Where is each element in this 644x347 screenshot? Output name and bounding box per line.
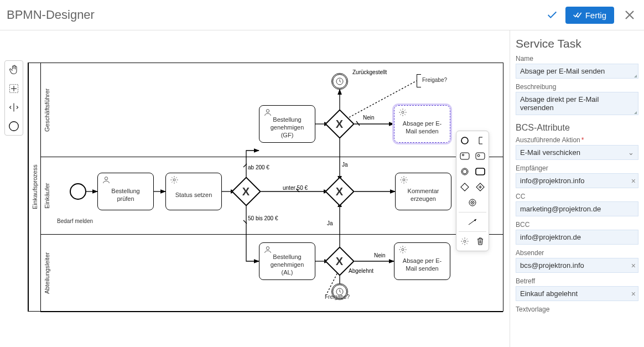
task-pruefen[interactable]: Bestellung prüfen — [97, 173, 154, 210]
label-bcc: BCC — [516, 221, 638, 229]
double-check-icon — [573, 11, 582, 19]
lasso-tool[interactable] — [7, 82, 20, 95]
input-bcc[interactable]: info@projektron.de — [516, 230, 638, 245]
task-absage-gf[interactable]: Absage per E-Mail senden — [394, 105, 450, 143]
svg-point-3 — [105, 177, 107, 180]
svg-point-14 — [463, 154, 464, 156]
context-pad — [456, 131, 489, 251]
close-icon — [625, 10, 635, 20]
svg-point-12 — [461, 137, 468, 144]
select-action[interactable]: E-Mail verschicken ⌄ — [516, 145, 638, 160]
label-abgelehnt: Abgelehnt — [349, 268, 373, 274]
task-absage-al[interactable]: Absage per E-Mail senden — [394, 242, 450, 280]
svg-rect-13 — [460, 153, 469, 159]
clear-icon[interactable]: × — [631, 177, 636, 185]
svg-point-7 — [402, 111, 404, 113]
input-sender[interactable]: bcs@projektron.info × — [516, 258, 638, 273]
gear-icon — [169, 175, 179, 185]
pool-label: Einkaufsprozess — [28, 63, 40, 311]
done-button[interactable]: Fertig — [565, 7, 614, 24]
ctx-delete[interactable] — [474, 235, 486, 247]
bpmn-canvas[interactable]: Einkaufsprozess Geschäftsführer Einkäufe… — [0, 30, 510, 347]
ctx-append-annotation[interactable] — [474, 134, 486, 147]
ctx-append-end-event[interactable] — [459, 134, 471, 147]
close-button[interactable] — [622, 7, 637, 23]
label-desc: Beschreibung — [516, 83, 638, 91]
svg-point-1 — [9, 122, 19, 131]
gear-icon — [398, 245, 408, 255]
input-desc[interactable]: Absage direkt per E-Mail versenden — [516, 92, 638, 115]
svg-point-24 — [472, 202, 473, 203]
clear-icon[interactable]: × — [631, 261, 636, 270]
hand-tool[interactable] — [7, 63, 20, 76]
label-zurueck: Zurückgestellt — [352, 69, 387, 75]
label-nein-al: Nein — [374, 252, 386, 258]
bpmn-pool[interactable]: Einkaufsprozess Geschäftsführer Einkäufe… — [28, 63, 503, 312]
svg-rect-15 — [476, 153, 485, 159]
svg-point-9 — [266, 247, 269, 250]
tool-palette — [4, 60, 23, 136]
gear-icon — [398, 108, 408, 118]
label-recipient: Empfänger — [516, 164, 638, 172]
page-title: BPMN-Designer — [7, 8, 95, 22]
create-start-event-tool[interactable] — [7, 120, 20, 133]
ctx-append-task[interactable] — [474, 165, 486, 178]
ctx-append-gateway[interactable] — [459, 181, 471, 193]
props-section-bcs: BCS-Attribute — [516, 123, 638, 133]
annotation-freigabe-gf: Freigabe? — [422, 77, 447, 83]
app-header: BPMN-Designer Fertig — [0, 0, 644, 30]
task-gen-gf[interactable]: Bestellung genehmigen (GF) — [259, 105, 315, 143]
input-recipient[interactable]: info@projektron.info × — [516, 173, 638, 188]
label-action: Auszuführende Aktion — [516, 136, 638, 144]
annotation-bracket — [417, 74, 421, 87]
start-event[interactable] — [70, 183, 86, 200]
label-name: Name — [516, 55, 638, 63]
properties-panel: Service Task Name Absage per E-Mail send… — [510, 30, 644, 347]
lane-label: Abteilungsleiter — [40, 235, 53, 312]
validate-button[interactable] — [544, 7, 560, 23]
svg-rect-20 — [461, 183, 469, 191]
ctx-append-user-task[interactable] — [459, 150, 471, 162]
user-icon — [263, 245, 273, 255]
ctx-append-service-task[interactable] — [474, 150, 486, 162]
lane-label: Geschäftsführer — [40, 63, 53, 157]
input-name[interactable]: Absage per E-Mail senden — [516, 64, 638, 79]
label-bedarf: Bedarf melden — [57, 218, 93, 224]
ctx-change-type[interactable] — [474, 181, 486, 193]
label-cc: CC — [516, 193, 638, 200]
ctx-append-intermediate-event[interactable] — [459, 165, 471, 178]
clear-icon[interactable]: × — [631, 289, 636, 298]
gear-icon — [399, 175, 409, 185]
task-kommentar[interactable]: Kommentar erzeugen — [395, 173, 451, 210]
ctx-wrench[interactable] — [459, 235, 471, 247]
user-icon — [101, 175, 111, 185]
timer-event-gf[interactable] — [331, 73, 348, 90]
svg-point-10 — [402, 248, 404, 251]
annotation-freigabe-al: Freigabe? — [325, 294, 350, 300]
svg-point-26 — [464, 240, 466, 242]
svg-rect-19 — [476, 168, 485, 175]
label-subject: Betreff — [516, 277, 638, 285]
input-cc[interactable]: marketing@projektron.de — [516, 201, 638, 216]
svg-point-4 — [173, 179, 175, 181]
ctx-connect[interactable] — [459, 216, 486, 228]
label-unter50: unter 50 € — [283, 185, 308, 191]
label-ja-al: Ja — [327, 220, 333, 226]
task-gen-al[interactable]: Bestellung genehmigen (AL) — [259, 242, 315, 280]
svg-point-16 — [477, 154, 480, 157]
label-ja-gf: Ja — [342, 162, 348, 168]
label-ab200: ab 200 € — [248, 164, 269, 170]
chevron-down-icon: ⌄ — [628, 148, 634, 157]
clock-icon — [335, 76, 345, 86]
label-template: Textvorlage — [516, 305, 638, 313]
space-tool[interactable] — [7, 101, 20, 114]
task-status[interactable]: Status setzen — [165, 173, 222, 210]
input-subject[interactable]: Einkauf abgelehnt × — [516, 286, 638, 301]
svg-point-8 — [403, 179, 405, 181]
lane-label: Einkäufer — [40, 157, 53, 234]
ctx-bullseye[interactable] — [459, 196, 486, 209]
label-nein-gf: Nein — [363, 115, 375, 121]
label-sender: Absender — [516, 249, 638, 257]
svg-point-5 — [266, 110, 269, 112]
props-heading: Service Task — [516, 37, 638, 50]
